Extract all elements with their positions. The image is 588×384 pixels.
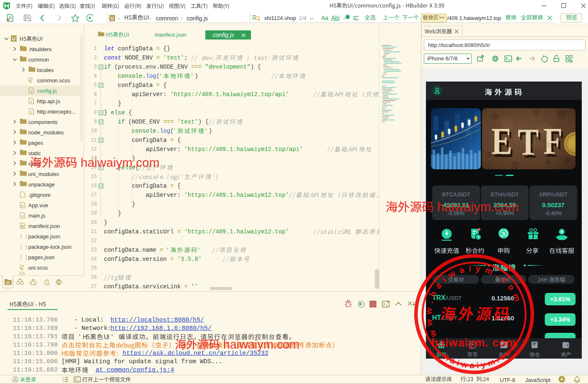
svg-text:haiwaiym.com: haiwaiym.com	[223, 338, 300, 351]
svg-text:haiwaiym. com: haiwaiym. com	[431, 337, 517, 349]
svg-text:haiwaiym.com: haiwaiym.com	[81, 156, 160, 169]
svg-text:haiwaiym.com: haiwaiym.com	[437, 200, 519, 214]
